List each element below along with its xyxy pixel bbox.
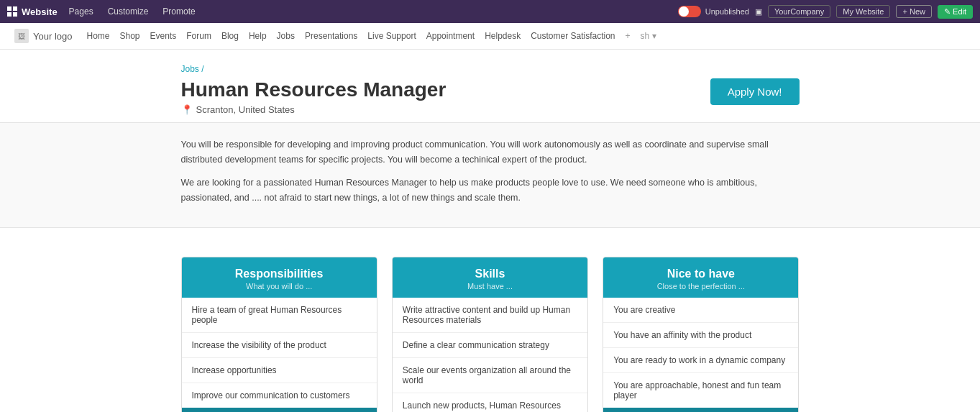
mobile-icon[interactable]: ▣: [755, 7, 762, 17]
apply-now-button[interactable]: Apply Now!: [710, 78, 800, 105]
list-item: Increase opportunities: [182, 358, 377, 383]
list-item: Launch new products, Human Resources cam…: [393, 393, 587, 412]
nice-to-have-subtitle: Close to the perfection ...: [610, 282, 791, 290]
nav-jobs[interactable]: Jobs: [277, 31, 295, 41]
nav-forum[interactable]: Forum: [186, 31, 211, 41]
website-nav: 🖼 Your logo Home Shop Events Forum Blog …: [0, 23, 980, 50]
promote-nav[interactable]: Promote: [160, 6, 198, 17]
columns-content: Responsibilities What you will do ... Hi…: [167, 242, 814, 412]
nav-home[interactable]: Home: [86, 31, 109, 41]
toggle-track[interactable]: [678, 6, 701, 17]
responsibilities-title: Responsibilities: [189, 267, 370, 280]
nav-appointment[interactable]: Appointment: [426, 31, 475, 41]
job-title-area: Human Resources Manager 📍 Scranton, Unit…: [181, 78, 447, 115]
skills-header: Skills Must have ...: [393, 257, 587, 298]
responsibilities-items: Hire a team of great Human Resources peo…: [182, 298, 377, 408]
nice-to-have-header: Nice to have Close to the perfection ...: [603, 257, 798, 298]
breadcrumb-separator: /: [201, 64, 203, 74]
nav-presentations[interactable]: Presentations: [305, 31, 357, 41]
location-pin-icon: 📍: [181, 104, 193, 115]
my-website-dropdown[interactable]: My Website: [836, 5, 890, 18]
page-wrapper: Jobs / Human Resources Manager 📍 Scranto…: [0, 50, 980, 412]
customize-nav[interactable]: Customize: [105, 6, 152, 17]
list-item: Improve our communication to customers: [182, 383, 377, 408]
breadcrumb: Jobs /: [181, 64, 800, 74]
nav-helpdesk[interactable]: Helpdesk: [485, 31, 521, 41]
nav-add[interactable]: +: [626, 31, 631, 41]
toggle-knob: [679, 6, 689, 17]
list-item: You are approachable, honest and fun tea…: [603, 373, 798, 408]
skills-subtitle: Must have ...: [400, 282, 580, 290]
nav-links: Home Shop Events Forum Blog Help Jobs Pr…: [86, 31, 656, 41]
unpublished-label: Unpublished: [705, 7, 749, 16]
skills-card: Skills Must have ... Write attractive co…: [392, 257, 588, 412]
description-para-1: You will be responsible for developing a…: [181, 137, 800, 168]
job-description: You will be responsible for developing a…: [0, 122, 980, 228]
admin-bar-left: Website Pages Customize Promote: [7, 6, 198, 17]
description-para-2: We are looking for a passionated Human R…: [181, 175, 800, 206]
list-item: You are ready to work in a dynamic compa…: [603, 348, 798, 373]
skills-items: Write attractive content and build up Hu…: [393, 298, 587, 412]
columns-section: Responsibilities What you will do ... Hi…: [181, 257, 800, 412]
responsibilities-card: Responsibilities What you will do ... Hi…: [181, 257, 377, 412]
logo-text: Your logo: [33, 31, 72, 42]
company-dropdown[interactable]: YourCompany: [768, 5, 830, 18]
list-item: Define a clear communication strategy: [393, 333, 587, 358]
nice-to-have-items: You are creative You have an affinity wi…: [603, 298, 798, 408]
nav-shop[interactable]: Shop: [119, 31, 139, 41]
nice-to-have-footer: You are passionate: [603, 408, 798, 412]
page-content: Jobs / Human Resources Manager 📍 Scranto…: [167, 50, 814, 115]
location-text: Scranton, United States: [196, 104, 295, 115]
nice-to-have-card: Nice to have Close to the perfection ...…: [603, 257, 799, 412]
nav-events[interactable]: Events: [150, 31, 177, 41]
responsibilities-header: Responsibilities What you will do ...: [182, 257, 377, 298]
pages-nav[interactable]: Pages: [66, 6, 96, 17]
breadcrumb-jobs-link[interactable]: Jobs: [181, 64, 199, 74]
nav-customer-satisfaction[interactable]: Customer Satisfaction: [531, 31, 615, 41]
publish-toggle[interactable]: Unpublished: [678, 6, 749, 17]
skills-title: Skills: [400, 267, 580, 280]
grid-icon: [7, 6, 17, 17]
list-item: You are creative: [603, 298, 798, 323]
edit-button[interactable]: ✎ Edit: [938, 5, 973, 19]
responsibilities-footer: Work in a fun atmosphere: [182, 408, 377, 412]
list-item: Write attractive content and build up Hu…: [393, 298, 587, 333]
admin-bar: Website Pages Customize Promote Unpublis…: [0, 0, 980, 23]
job-header: Human Resources Manager 📍 Scranton, Unit…: [181, 78, 800, 115]
nav-more[interactable]: sh ▾: [641, 31, 656, 41]
new-button[interactable]: + New: [896, 5, 932, 18]
nav-live-support[interactable]: Live Support: [367, 31, 416, 41]
logo-icon: 🖼: [14, 29, 29, 43]
nav-help[interactable]: Help: [249, 31, 267, 41]
list-item: Hire a team of great Human Resources peo…: [182, 298, 377, 333]
nice-to-have-title: Nice to have: [610, 267, 791, 280]
brand-label: Website: [22, 6, 58, 17]
admin-brand[interactable]: Website: [7, 6, 58, 17]
nav-blog[interactable]: Blog: [221, 31, 239, 41]
list-item: Scale our events organization all around…: [393, 358, 587, 393]
job-title: Human Resources Manager: [181, 78, 447, 101]
list-item: Increase the visibility of the product: [182, 333, 377, 358]
responsibilities-subtitle: What you will do ...: [189, 282, 370, 290]
admin-bar-right: Unpublished ▣ YourCompany My Website + N…: [678, 5, 973, 19]
job-location: 📍 Scranton, United States: [181, 104, 447, 115]
logo-area: 🖼 Your logo: [14, 29, 72, 43]
list-item: You have an affinity with the product: [603, 323, 798, 348]
